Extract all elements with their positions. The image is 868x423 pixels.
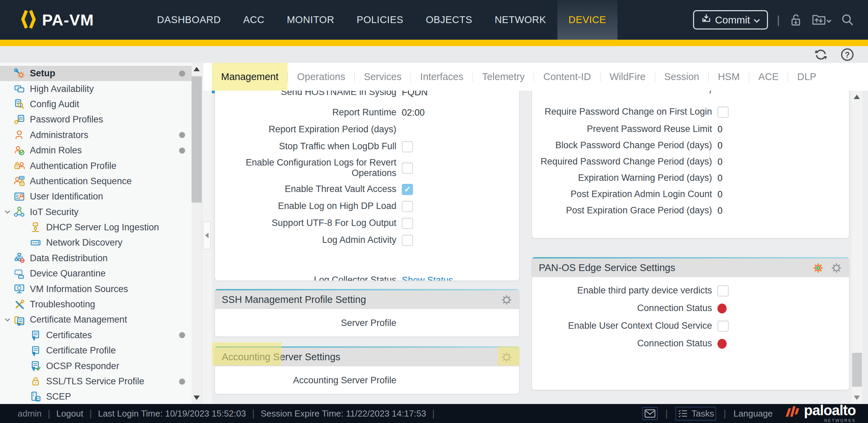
sidebar-item-device-quarantine[interactable]: Device Quarantine — [0, 266, 203, 281]
setting-control: ✓ — [402, 184, 413, 195]
edge-service-panel: PAN-OS Edge Service Settings Enable thir… — [532, 257, 849, 390]
statusbar-session-info: admin|Logout|Last Login Time: 10/19/2023… — [0, 408, 435, 419]
sidebar-item-authentication-profile[interactable]: Authentication Profile — [0, 158, 203, 173]
chevron-down-icon[interactable] — [4, 210, 11, 214]
sidebar-item-admin-roles[interactable]: Admin Roles — [0, 143, 203, 158]
edge-setup-gear-icon[interactable] — [812, 262, 825, 274]
sidebar-item-scep[interactable]: SCEP — [0, 389, 203, 404]
nav-item-policies[interactable]: POLICIES — [346, 0, 415, 40]
nav-item-objects[interactable]: OBJECTS — [415, 0, 484, 40]
sidebar-scroll-up-arrow[interactable] — [194, 67, 200, 71]
sidebar-item-label: OCSP Responder — [46, 361, 119, 371]
checkbox-support-utf-8-for-log-output[interactable] — [402, 218, 413, 229]
setting-label: Send HOSTNAME in Syslog — [215, 91, 396, 98]
paloalto-mark-icon — [785, 404, 801, 419]
sidebar-item-network-discovery[interactable]: Network Discovery — [0, 235, 203, 250]
sidebar-item-high-availability[interactable]: High Availability — [0, 81, 203, 96]
messages-envelope-icon[interactable] — [642, 407, 658, 420]
chevron-down-icon[interactable] — [4, 318, 11, 322]
tab-ace[interactable]: ACE — [749, 63, 788, 91]
admin-roles-icon — [14, 145, 25, 156]
gear-icon[interactable] — [830, 262, 843, 274]
nav-item-network[interactable]: NETWORK — [484, 0, 557, 40]
sidebar-item-authentication-sequence[interactable]: Authentication Sequence — [0, 174, 203, 189]
edge-panel-title: PAN-OS Edge Service Settings — [532, 262, 675, 273]
setting-label: Expiration Warning Period (days) — [532, 173, 712, 183]
search-icon[interactable] — [840, 13, 854, 27]
content-scrollbar[interactable] — [852, 91, 862, 404]
sidebar-scroll-down-arrow[interactable] — [194, 396, 200, 400]
checkbox-require-password-change-on-first-login[interactable] — [717, 107, 729, 118]
sidebar-item-certificate-management[interactable]: Certificate Management — [0, 312, 203, 327]
sidebar-item-setup[interactable]: Setup — [0, 66, 203, 81]
sidebar-item-ocsp-responder[interactable]: OCSP Responder — [0, 358, 203, 373]
sidebar-scrollbar[interactable] — [192, 63, 202, 404]
nav-item-dashboard[interactable]: DASHBOARD — [146, 0, 232, 40]
language-button[interactable]: Language — [733, 408, 773, 419]
nav-item-monitor[interactable]: MONITOR — [276, 0, 346, 40]
show-status-link[interactable]: Show Status — [402, 275, 453, 281]
statusbar-logout[interactable]: Logout — [56, 408, 83, 419]
tab-dlp[interactable]: DLP — [788, 63, 825, 91]
sidebar-item-certificates[interactable]: Certificates — [0, 328, 203, 343]
sidebar-item-dhcp-server-log-ingestion[interactable]: DHCP Server Log Ingestion — [0, 220, 203, 235]
refresh-icon[interactable] — [813, 47, 829, 62]
config-transfer-icon[interactable] — [812, 13, 831, 27]
sidebar-item-label: Certificates — [46, 330, 92, 341]
checkbox-enable-configuration-logs-for-revert-operations[interactable] — [402, 162, 413, 174]
nav-item-device[interactable]: DEVICE — [557, 0, 617, 40]
sidebar-item-ssl-tls-service-profile[interactable]: SSL/TLS Service Profile — [0, 374, 203, 389]
tab-operations[interactable]: Operations — [288, 63, 354, 91]
iot-icon — [14, 206, 25, 218]
tab-hsm[interactable]: HSM — [709, 63, 749, 91]
setting-row-row: / — [532, 91, 849, 97]
tasks-label: Tasks — [692, 408, 714, 419]
statusbar-divider: | — [432, 408, 435, 419]
checkbox-log-admin-activity[interactable] — [402, 235, 413, 246]
setting-label: Connection Status — [532, 338, 712, 349]
checkbox-enable-log-on-high-dp-load[interactable] — [402, 201, 413, 212]
sidebar-item-troubleshooting[interactable]: Troubleshooting — [0, 297, 203, 312]
content-scrollbar-thumb[interactable] — [852, 353, 862, 387]
nav-item-acc[interactable]: ACC — [232, 0, 276, 40]
lock-icon[interactable] — [789, 13, 803, 27]
checkbox-enable-user-context-cloud-service[interactable] — [717, 321, 729, 332]
checkbox-enable-third-party-device-verdicts[interactable] — [717, 285, 729, 296]
help-icon[interactable]: ? — [840, 47, 854, 62]
tab-management[interactable]: Management — [212, 63, 288, 91]
sidebar-collapse-handle[interactable] — [203, 222, 211, 249]
sidebar-item-user-identification[interactable]: User Identification — [0, 189, 203, 204]
tab-content-id[interactable]: Content-ID — [534, 63, 600, 91]
sidebar-scrollbar-thumb[interactable] — [192, 76, 202, 203]
tasks-button[interactable]: Tasks — [675, 407, 716, 421]
commit-button[interactable]: Commit — [693, 10, 768, 30]
tab-interfaces[interactable]: Interfaces — [411, 63, 472, 91]
sidebar-item-label: Network Discovery — [46, 237, 122, 248]
setting-control — [717, 320, 729, 332]
tab-wildfire[interactable]: WildFire — [600, 63, 655, 91]
setting-label: Post Expiration Grace Period (days) — [532, 205, 712, 216]
sidebar-item-iot-security[interactable]: IoT Security — [0, 205, 203, 220]
gear-icon[interactable] — [500, 351, 513, 364]
sidebar-list: SetupHigh AvailabilityConfig AuditPasswo… — [0, 63, 203, 404]
sidebar-item-label: Config Audit — [30, 99, 79, 110]
checked-checkbox-enable-threat-vault-access[interactable]: ✓ — [402, 184, 413, 195]
sidebar-item-data-redistribution[interactable]: Data Redistribution — [0, 251, 203, 266]
setting-value: 0 — [717, 140, 723, 151]
checkbox-stop-traffic-when-logdb-full[interactable] — [402, 141, 413, 152]
tab-services[interactable]: Services — [355, 63, 411, 91]
content-scroll-down-arrow[interactable] — [854, 396, 860, 400]
content-scroll-up-arrow[interactable] — [854, 95, 860, 99]
gear-icon[interactable] — [500, 293, 513, 306]
sidebar-item-certificate-profile[interactable]: Certificate Profile — [0, 343, 203, 358]
sidebar-item-label: Device Quarantine — [30, 268, 106, 279]
sidebar-item-vm-information-sources[interactable]: VM Information Sources — [0, 281, 203, 296]
sidebar-item-password-profiles[interactable]: Password Profiles — [0, 112, 203, 127]
setting-control: Show Status — [402, 274, 453, 281]
tab-session[interactable]: Session — [655, 63, 708, 91]
tab-telemetry[interactable]: Telemetry — [473, 63, 534, 91]
sidebar-item-config-audit[interactable]: Config Audit — [0, 97, 203, 112]
sidebar-item-label: SCEP — [46, 391, 71, 402]
setting-control: 0 — [717, 140, 723, 151]
sidebar-item-administrators[interactable]: Administrators — [0, 128, 203, 143]
